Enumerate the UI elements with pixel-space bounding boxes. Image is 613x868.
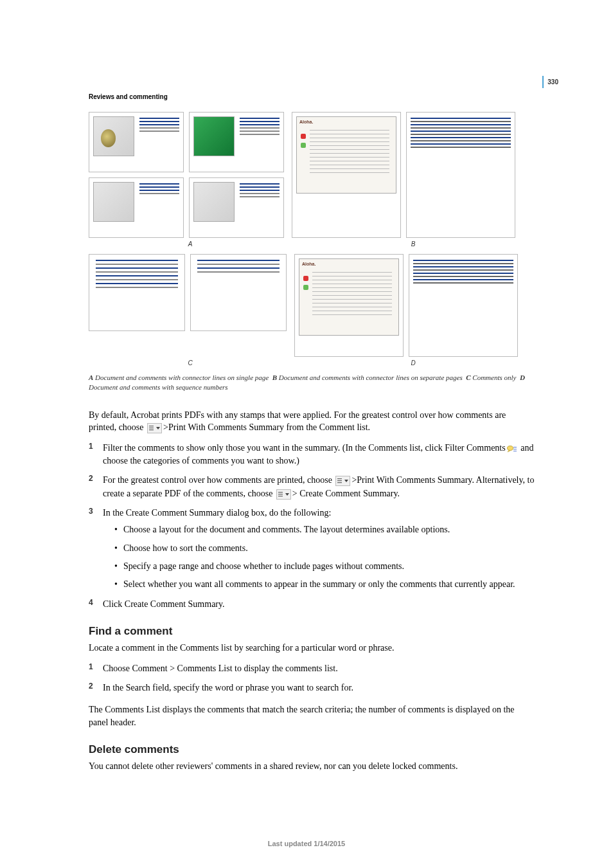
layout-a-tile: [89, 177, 184, 238]
layout-a-tile: [89, 112, 184, 172]
list-item: Select whether you want all comments to …: [114, 578, 535, 591]
delete-body: You cannot delete other reviewers' comme…: [89, 760, 535, 773]
layout-c-tile: [190, 254, 287, 331]
layout-a-tile: [189, 112, 284, 172]
layout-a-tile: [189, 177, 284, 238]
svg-rect-2: [149, 429, 154, 430]
find-outro: The Comments List displays the comments …: [89, 703, 535, 728]
svg-rect-1: [149, 428, 154, 428]
svg-point-3: [507, 446, 513, 450]
intro-paragraph: By default, Acrobat prints PDFs with any…: [89, 409, 535, 434]
list-item: In the Create Comment Summary dialog box…: [89, 507, 535, 591]
figure-caption: A Document and comments with connector l…: [89, 373, 535, 392]
figure-letter: A: [89, 240, 292, 248]
figure-letter: D: [292, 359, 535, 366]
svg-rect-6: [513, 451, 517, 451]
list-item: Click Create Comment Summary.: [89, 598, 535, 611]
filter-comments-icon: [507, 445, 517, 453]
layout-b-tile: [406, 112, 515, 238]
options-menu-icon: [335, 476, 350, 486]
svg-rect-7: [337, 478, 342, 479]
list-item: Filter the comments to show only those y…: [89, 442, 535, 468]
options-menu-icon: [147, 423, 162, 433]
figure-letter: C: [89, 359, 292, 366]
list-item: In the Search field, specify the word or…: [89, 682, 535, 694]
svg-rect-0: [149, 426, 154, 426]
svg-rect-9: [337, 482, 342, 483]
svg-rect-4: [513, 447, 517, 448]
page-footer: Last updated 1/14/2015: [0, 840, 613, 847]
layout-d-tile: [409, 254, 518, 357]
svg-rect-10: [278, 492, 283, 493]
layout-b-tile: [292, 112, 401, 238]
find-intro: Locate a comment in the Comments list by…: [89, 642, 535, 655]
svg-rect-8: [337, 480, 342, 481]
svg-rect-11: [278, 494, 283, 494]
find-steps-list: Choose Comment > Comments List to displa…: [89, 662, 535, 695]
options-menu-icon: [276, 489, 291, 500]
section-heading-delete: Delete comments: [89, 743, 535, 756]
layout-c-tile: [89, 254, 185, 331]
layout-d-tile: [294, 254, 404, 357]
svg-rect-5: [513, 449, 517, 449]
list-item: Specify a page range and choose whether …: [114, 560, 535, 573]
figure-letter: B: [292, 240, 535, 248]
print-steps-list: Filter the comments to show only those y…: [89, 442, 535, 611]
list-item: Choose Comment > Comments List to displa…: [89, 662, 535, 675]
chapter-title: Reviews and commenting: [89, 93, 535, 100]
list-item: Choose a layout for the document and com…: [114, 523, 535, 536]
summary-layouts-figure: A B: [89, 112, 535, 366]
section-heading-find: Find a comment: [89, 625, 535, 638]
page-number: 330: [542, 76, 558, 88]
list-item: For the greatest control over how commen…: [89, 474, 535, 500]
svg-rect-12: [278, 496, 283, 496]
list-item: Choose how to sort the comments.: [114, 542, 535, 555]
